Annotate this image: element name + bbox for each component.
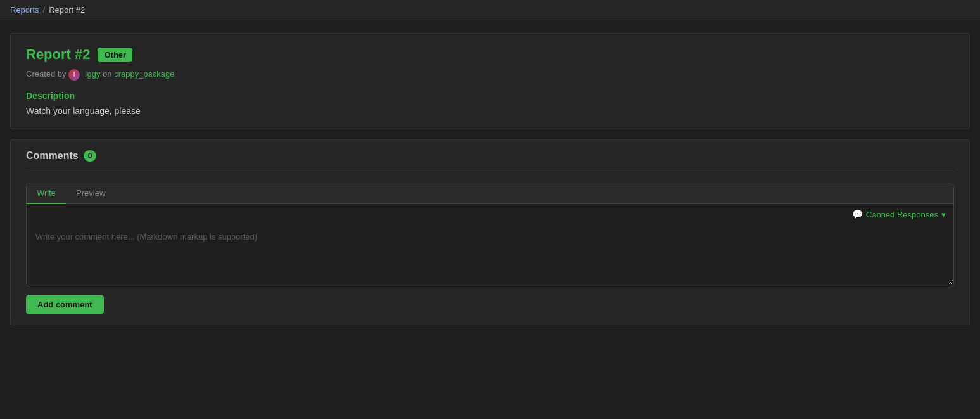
comments-card: Comments 0 Write Preview 💬 Canned Respon…	[10, 139, 970, 325]
tab-preview[interactable]: Preview	[66, 183, 115, 204]
main-content: Report #2 Other Created by I Iggy on cra…	[0, 20, 980, 338]
breadcrumb: Reports / Report #2	[0, 0, 980, 20]
meta-created-by: Created by	[26, 69, 67, 79]
meta-on: on	[103, 69, 114, 79]
report-meta: Created by I Iggy on crappy_package	[26, 69, 954, 81]
description-label: Description	[26, 91, 954, 101]
description-text: Watch your language, please	[26, 106, 954, 116]
report-header-card: Report #2 Other Created by I Iggy on cra…	[10, 33, 970, 129]
canned-responses-button[interactable]: 💬 Canned Responses ▾	[852, 209, 946, 219]
canned-responses-chevron: ▾	[941, 210, 946, 219]
comments-count-badge: 0	[84, 150, 97, 162]
comment-textarea[interactable]	[27, 224, 953, 285]
package-link[interactable]: crappy_package	[114, 69, 174, 79]
editor-tabs: Write Preview	[27, 183, 953, 204]
comments-label: Comments	[26, 150, 79, 162]
user-link[interactable]: Iggy	[85, 69, 101, 79]
comment-icon: 💬	[852, 209, 863, 219]
add-comment-button[interactable]: Add comment	[26, 295, 104, 314]
report-title-row: Report #2 Other	[26, 46, 954, 63]
canned-responses-label: Canned Responses	[866, 210, 938, 219]
report-badge: Other	[98, 48, 132, 62]
canned-responses-bar: 💬 Canned Responses ▾	[27, 204, 953, 224]
user-avatar: I	[68, 69, 80, 81]
tab-write[interactable]: Write	[27, 183, 66, 204]
divider	[26, 172, 954, 172]
breadcrumb-reports-link[interactable]: Reports	[10, 5, 39, 15]
comments-header: Comments 0	[26, 150, 954, 162]
comment-editor: Write Preview 💬 Canned Responses ▾	[26, 183, 954, 287]
breadcrumb-separator: /	[43, 5, 46, 15]
report-title: Report #2	[26, 46, 90, 63]
breadcrumb-current: Report #2	[49, 5, 85, 15]
